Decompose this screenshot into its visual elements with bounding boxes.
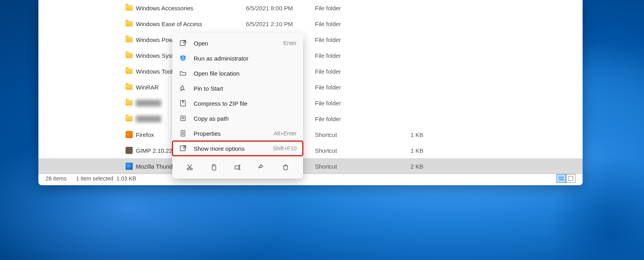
- file-explorer-window: Windows Accessories6/5/2021 8:00 PMFile …: [38, 0, 583, 185]
- share-button[interactable]: [255, 161, 268, 174]
- cut-icon: [186, 164, 193, 171]
- menu-item-label: Compress to ZIP file: [194, 100, 297, 107]
- menu-item-label: Pin to Start: [194, 85, 297, 92]
- folder-icon: [126, 37, 133, 42]
- menu-item-pin[interactable]: Pin to Start: [172, 81, 303, 96]
- file-row[interactable]: GIMP 2.10.22Shortcut1 KB: [38, 142, 583, 158]
- file-icon-cell: [124, 37, 134, 42]
- file-type: File folder: [315, 84, 392, 91]
- folder-icon: [126, 100, 133, 106]
- firefox-icon: [126, 131, 133, 138]
- menu-item-label: Run as administrator: [194, 55, 297, 62]
- menu-action-bar: [172, 158, 303, 176]
- menu-item-label: Copy as path: [194, 115, 297, 122]
- file-icon-cell: [124, 116, 134, 121]
- svg-rect-1: [180, 41, 185, 46]
- folder-icon: [126, 116, 133, 121]
- menu-item-shortcut: Shift+F10: [273, 145, 297, 152]
- shield-icon: [179, 55, 187, 62]
- file-icon-cell: [124, 100, 134, 106]
- view-toggle: [556, 174, 575, 183]
- svg-rect-5: [180, 146, 185, 151]
- menu-item-shortcut: Enter: [284, 40, 297, 46]
- folder-icon: [126, 21, 133, 27]
- context-menu: OpenEnterRun as administratorOpen file l…: [172, 33, 303, 178]
- file-row[interactable]: ██████File folder: [38, 111, 583, 127]
- file-type: Shortcut: [315, 147, 392, 154]
- copy-icon: [210, 164, 217, 171]
- folder-icon: [126, 84, 133, 90]
- menu-item-folder-open[interactable]: Open file location: [172, 66, 303, 81]
- menu-item-open[interactable]: OpenEnter: [172, 36, 303, 51]
- file-row[interactable]: FirefoxShortcut1 KB: [38, 127, 583, 142]
- status-size: 1.03 KB: [116, 175, 136, 182]
- file-row[interactable]: ██████File folder: [38, 95, 583, 111]
- svg-rect-3: [181, 116, 185, 121]
- folder-icon: [126, 53, 133, 58]
- file-date: 6/5/2021 2:10 PM: [246, 21, 315, 27]
- file-row[interactable]: Windows Ease of Access6/5/2021 2:10 PMFi…: [38, 16, 583, 32]
- zip-icon: [179, 100, 187, 107]
- file-icon-cell: [124, 5, 134, 11]
- rename-button[interactable]: [231, 161, 244, 174]
- file-type: File folder: [315, 21, 392, 27]
- copy-button[interactable]: [208, 161, 220, 174]
- menu-item-more[interactable]: Show more optionsShift+F10: [172, 141, 303, 156]
- share-icon: [258, 164, 265, 171]
- details-view-button[interactable]: [556, 174, 566, 183]
- menu-item-zip[interactable]: Compress to ZIP file: [172, 96, 303, 111]
- delete-icon: [282, 164, 289, 171]
- folder-icon: [126, 68, 133, 74]
- file-icon-cell: [124, 84, 134, 90]
- file-name: Windows Accessories: [134, 5, 246, 11]
- menu-item-shield[interactable]: Run as administrator: [172, 51, 303, 66]
- svg-rect-0: [568, 176, 573, 181]
- file-type: Shortcut: [315, 131, 392, 138]
- file-size: 1 KB: [392, 131, 423, 138]
- cut-button[interactable]: [183, 161, 196, 174]
- folder-icon: [126, 5, 133, 11]
- menu-item-label: Open: [194, 40, 284, 47]
- file-icon-cell: [124, 53, 134, 58]
- file-type: File folder: [315, 116, 392, 122]
- folder-open-icon: [179, 70, 187, 77]
- file-type: Shortcut: [315, 163, 392, 170]
- file-row[interactable]: Windows SysteFile folder: [38, 47, 583, 63]
- status-selection: 1 item selected: [76, 175, 113, 182]
- menu-item-label: Open file location: [194, 70, 297, 77]
- file-row[interactable]: Windows Accessories6/5/2021 8:00 PMFile …: [38, 0, 583, 16]
- file-list: Windows Accessories6/5/2021 8:00 PMFile …: [38, 0, 583, 171]
- file-icon-cell: [124, 68, 134, 74]
- file-icon-cell: [124, 131, 134, 138]
- pin-icon: [179, 85, 187, 92]
- status-item-count: 28 items: [46, 175, 67, 182]
- gimp-icon: [126, 147, 133, 154]
- menu-item-properties[interactable]: PropertiesAlt+Enter: [172, 126, 303, 141]
- list-icon: [558, 176, 564, 181]
- icons-view-button[interactable]: [566, 174, 575, 183]
- grid-icon: [568, 176, 573, 181]
- file-row[interactable]: WinRARFile folder: [38, 79, 583, 95]
- file-icon-cell: [124, 21, 134, 27]
- file-icon-cell: [124, 163, 134, 170]
- file-row[interactable]: Windows PowerFile folder: [38, 32, 583, 47]
- copy-path-icon: [179, 115, 187, 122]
- file-icon-cell: [124, 147, 134, 154]
- file-type: File folder: [315, 36, 392, 43]
- file-name: Windows Ease of Access: [134, 21, 246, 27]
- menu-item-copy-path[interactable]: Copy as path: [172, 111, 303, 126]
- more-icon: [179, 145, 187, 152]
- file-size: 2 KB: [392, 163, 423, 170]
- delete-button[interactable]: [279, 161, 292, 174]
- file-type: File folder: [315, 52, 392, 59]
- file-type: File folder: [315, 100, 392, 106]
- status-bar: 28 items 1 item selected 1.03 KB: [38, 171, 583, 185]
- file-size: 1 KB: [392, 147, 423, 154]
- thunderbird-icon: [126, 163, 133, 170]
- menu-item-shortcut: Alt+Enter: [274, 130, 297, 137]
- menu-item-label: Properties: [194, 130, 274, 137]
- file-type: File folder: [315, 68, 392, 75]
- file-type: File folder: [315, 5, 392, 11]
- file-row[interactable]: Windows ToolsFile folder: [38, 63, 583, 79]
- menu-item-label: Show more options: [194, 145, 273, 152]
